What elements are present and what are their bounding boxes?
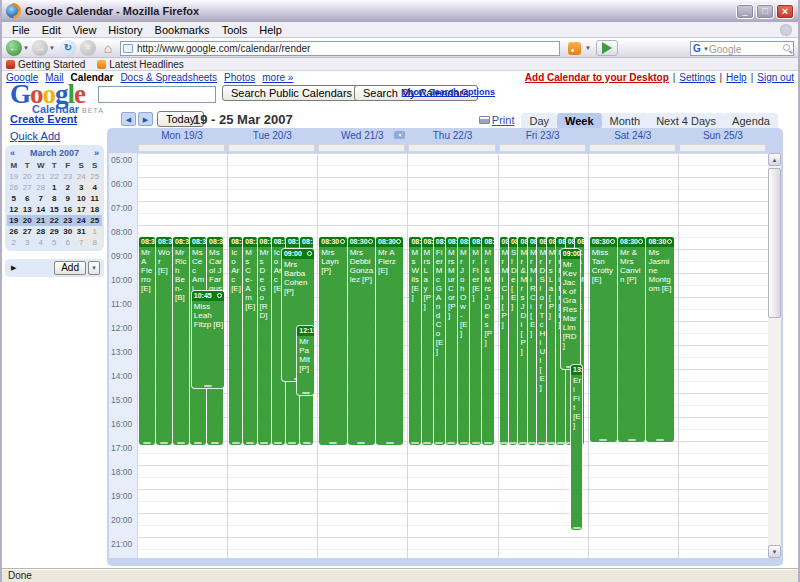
rss-dropdown-icon[interactable]: ▼	[585, 45, 591, 51]
event-resize-handle[interactable]	[160, 442, 168, 444]
scroll-up-icon[interactable]: ▲	[768, 153, 781, 166]
event-resize-handle[interactable]	[547, 442, 555, 444]
web-search-box[interactable]: G ▼ Google	[690, 41, 794, 56]
minical-date-cell[interactable]: 2	[7, 237, 21, 248]
previous-week-button[interactable]: ◀	[121, 112, 136, 126]
minical-date-cell[interactable]: 20	[21, 171, 35, 182]
minical-date-cell[interactable]: 16	[61, 204, 75, 215]
event-resize-handle[interactable]	[484, 442, 492, 444]
event-resize-handle[interactable]	[599, 439, 607, 441]
event-resize-handle[interactable]	[204, 385, 212, 387]
forward-dropdown-icon[interactable]: ▼	[49, 45, 55, 51]
event[interactable]: 08:30Mr Mi R Ci [E]	[528, 237, 536, 445]
event-resize-handle[interactable]	[573, 527, 581, 529]
event[interactable]: 08:30Mrs Mur Cor [P]	[446, 237, 457, 445]
next-week-button[interactable]: ▶	[138, 112, 153, 126]
event-resize-handle[interactable]	[538, 442, 546, 444]
bookmark-latest-headlines[interactable]: Latest Headlines	[97, 59, 184, 70]
minical-date-cell[interactable]: 3	[21, 237, 35, 248]
minical-date-cell[interactable]: 22	[48, 215, 62, 226]
minical-date-cell[interactable]: 24	[75, 171, 89, 182]
event[interactable]: 08:30Mr & Mrs J Des [P]	[482, 237, 493, 445]
minical-date-cell[interactable]: 21	[34, 215, 48, 226]
menu-item-file[interactable]: File	[6, 23, 36, 37]
minical-date-cell[interactable]: 14	[34, 204, 48, 215]
minical-date-cell[interactable]: 11	[88, 193, 102, 204]
event-resize-handle[interactable]	[411, 442, 419, 444]
tab-month[interactable]: Month	[602, 113, 649, 129]
minical-date-cell[interactable]: 13	[21, 204, 35, 215]
minical-date-cell[interactable]: 6	[61, 237, 75, 248]
event[interactable]: 08:30Mr Mi Ci [P]	[500, 237, 508, 445]
menu-item-tools[interactable]: Tools	[216, 23, 254, 37]
minical-date-cell[interactable]: 23	[61, 215, 75, 226]
minical-date-cell[interactable]: 23	[61, 171, 75, 182]
minical-date-cell[interactable]: 3	[75, 182, 89, 193]
event[interactable]: 08:30Mr A Fierz [E]	[376, 237, 403, 445]
allday-cell[interactable]	[499, 144, 586, 152]
minical-date-cell[interactable]: 8	[88, 237, 102, 248]
add-dropdown-icon[interactable]: ▼	[88, 261, 100, 275]
event-resize-handle[interactable]	[194, 442, 202, 444]
event[interactable]: 08:30Mr & Mrs J Di [P]	[518, 237, 526, 445]
home-button[interactable]: ⌂	[100, 40, 116, 56]
minical-date-cell[interactable]: 5	[48, 237, 62, 248]
minical-date-cell[interactable]: 31	[75, 226, 89, 237]
day-header-fri-23-3[interactable]: Fri 23/3	[498, 128, 588, 142]
event-resize-handle[interactable]	[211, 442, 219, 444]
minical-date-cell[interactable]: 30	[61, 226, 75, 237]
minical-date-cell[interactable]: 12	[7, 204, 21, 215]
menu-item-edit[interactable]: Edit	[36, 23, 67, 37]
minical-date-cell[interactable]: 22	[48, 171, 62, 182]
event[interactable]: 08:30Ms Ce- Am [E]	[243, 237, 256, 445]
tab-week[interactable]: Week	[557, 113, 602, 129]
grid-scrollbar[interactable]: ▲ ▼	[768, 153, 781, 558]
minical-date-cell[interactable]: 18	[88, 204, 102, 215]
allday-cell[interactable]	[679, 144, 766, 152]
service-link-more[interactable]: more »	[262, 72, 293, 83]
calendar-search-input[interactable]	[98, 86, 216, 103]
minical-date-cell[interactable]: 24	[75, 215, 89, 226]
minical-date-cell[interactable]: 1	[48, 182, 62, 193]
event-resize-handle[interactable]	[472, 442, 480, 444]
event-resize-handle[interactable]	[435, 442, 443, 444]
service-link-docs-spreadsheets[interactable]: Docs & Spreadsheets	[120, 72, 217, 83]
collapse-allday-icon[interactable]: ▼	[394, 131, 405, 139]
event[interactable]: 08:30Mrs Lay [P]	[422, 237, 433, 445]
minical-date-cell[interactable]: 2	[61, 182, 75, 193]
title-bar[interactable]: Google Calendar - Mozilla Firefox _ □ ×	[2, 0, 798, 22]
service-link-photos[interactable]: Photos	[224, 72, 255, 83]
event-resize-handle[interactable]	[274, 442, 282, 444]
allday-cell[interactable]	[408, 144, 495, 152]
event-resize-handle[interactable]	[357, 442, 365, 444]
show-search-options-link[interactable]: Show Search Options	[402, 87, 495, 97]
event-resize-handle[interactable]	[177, 442, 185, 444]
event-resize-handle[interactable]	[628, 439, 636, 441]
event-resize-handle[interactable]	[447, 442, 455, 444]
minical-date-cell[interactable]: 28	[34, 226, 48, 237]
expand-calendars-icon[interactable]: ▶	[11, 264, 16, 272]
minical-date-cell[interactable]: 5	[7, 193, 21, 204]
allday-cell[interactable]	[228, 144, 315, 152]
rss-feed-icon[interactable]	[568, 42, 581, 55]
event-resize-handle[interactable]	[303, 442, 311, 444]
minical-date-cell[interactable]: 6	[21, 193, 35, 204]
tab-agenda[interactable]: Agenda	[724, 113, 778, 129]
day-header-tue-20-3[interactable]: Tue 20/3	[227, 128, 317, 142]
minical-date-cell[interactable]: 27	[21, 226, 35, 237]
quick-add-link[interactable]: Quick Add	[10, 130, 60, 142]
allday-cell[interactable]	[318, 144, 405, 152]
minical-date-cell[interactable]: 10	[75, 193, 89, 204]
minical-date-cell[interactable]: 28	[34, 182, 48, 193]
event-resize-handle[interactable]	[460, 442, 468, 444]
create-event-link[interactable]: Create Event	[10, 113, 77, 125]
minical-date-cell[interactable]: 4	[88, 182, 102, 193]
bookmark-getting-started[interactable]: Getting Started	[6, 59, 85, 70]
scroll-down-icon[interactable]: ▼	[768, 545, 781, 558]
print-link[interactable]: Print	[479, 114, 515, 126]
stop-button[interactable]: ×	[80, 40, 96, 56]
event-resize-handle[interactable]	[260, 442, 268, 444]
event-resize-handle[interactable]	[557, 442, 565, 444]
event[interactable]: 08:30Fier McG And Co [E]	[434, 237, 445, 445]
forward-button[interactable]: →	[32, 40, 48, 56]
